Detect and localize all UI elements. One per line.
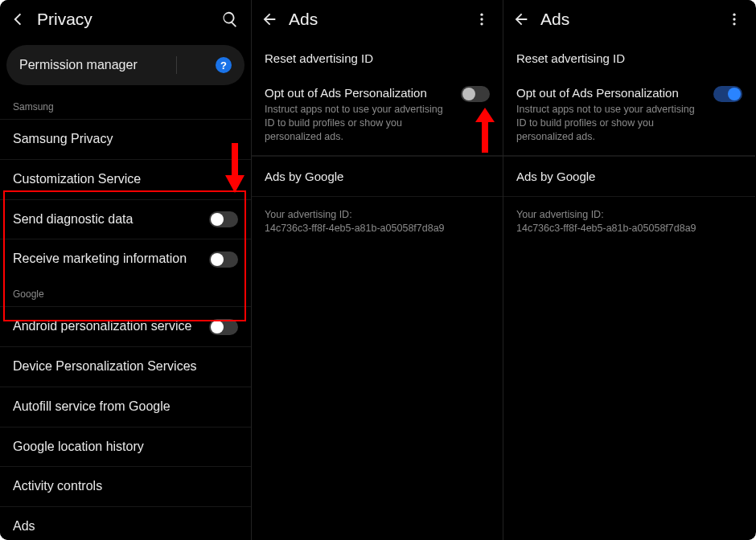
opt-out-toggle[interactable]	[461, 86, 490, 102]
svg-point-7	[733, 14, 735, 16]
location-history-row[interactable]: Google location history	[0, 427, 251, 467]
opt-out-row[interactable]: Opt out of Ads Personalization Instruct …	[503, 78, 755, 156]
row-divider	[176, 56, 177, 74]
permission-manager-label: Permission manager	[19, 58, 138, 72]
receive-marketing-toggle[interactable]	[209, 252, 238, 268]
advertising-id-block: Your advertising ID: 14c736c3-ff8f-4eb5-…	[252, 197, 503, 248]
opt-out-title: Opt out of Ads Personalization	[265, 86, 453, 100]
svg-point-8	[733, 18, 735, 20]
svg-point-4	[480, 22, 483, 25]
advertising-id-value: 14c736c3-ff8f-4eb5-a81b-a05058f7d8a9	[265, 222, 490, 236]
search-icon[interactable]	[220, 10, 240, 29]
opt-out-subtitle: Instruct apps not to use your advertisin…	[516, 103, 705, 144]
android-personalization-toggle[interactable]	[209, 319, 238, 335]
back-arrow-icon[interactable]	[260, 10, 279, 29]
autofill-row[interactable]: Autofill service from Google	[0, 387, 251, 427]
samsung-privacy-row[interactable]: Samsung Privacy	[0, 119, 251, 159]
activity-controls-label: Activity controls	[13, 478, 238, 495]
reset-ad-id-row[interactable]: Reset advertising ID	[252, 37, 503, 78]
receive-marketing-label: Receive marketing information	[13, 251, 209, 268]
ads-title: Ads	[540, 10, 715, 29]
ads-by-google-row[interactable]: Ads by Google	[252, 156, 503, 197]
location-history-label: Google location history	[13, 439, 238, 456]
samsung-privacy-label: Samsung Privacy	[13, 131, 238, 148]
android-personalization-label: Android personalization service	[13, 318, 209, 335]
opt-out-toggle[interactable]	[713, 86, 742, 102]
autofill-label: Autofill service from Google	[13, 399, 238, 415]
svg-point-3	[480, 18, 483, 20]
privacy-screen: Privacy Permission manager ? Samsung Sam…	[0, 0, 252, 540]
ads-by-google-row[interactable]: Ads by Google	[503, 156, 755, 197]
ads-title: Ads	[289, 10, 462, 29]
ads-screen-on: Ads Reset advertising ID Opt out of Ads …	[503, 0, 755, 540]
advertising-id-label: Your advertising ID:	[265, 208, 490, 223]
advertising-id-block: Your advertising ID: 14c736c3-ff8f-4eb5-…	[503, 197, 755, 248]
reset-ad-id-row[interactable]: Reset advertising ID	[503, 37, 755, 78]
back-chevron-icon[interactable]	[8, 10, 27, 29]
privacy-title: Privacy	[37, 10, 211, 29]
ads-row[interactable]: Ads	[0, 506, 251, 540]
send-diagnostic-row[interactable]: Send diagnostic data	[0, 199, 251, 239]
privacy-header: Privacy	[0, 0, 251, 37]
android-personalization-row[interactable]: Android personalization service	[0, 306, 251, 346]
section-google: Google	[0, 279, 251, 306]
more-vert-icon[interactable]	[472, 10, 491, 29]
receive-marketing-row[interactable]: Receive marketing information	[0, 239, 251, 279]
ads-header: Ads	[252, 0, 503, 37]
customization-service-label: Customization Service	[13, 171, 238, 188]
customization-service-row[interactable]: Customization Service	[0, 159, 251, 199]
activity-controls-row[interactable]: Activity controls	[0, 466, 251, 506]
send-diagnostic-toggle[interactable]	[209, 211, 238, 227]
back-arrow-icon[interactable]	[512, 10, 531, 29]
opt-out-row[interactable]: Opt out of Ads Personalization Instruct …	[252, 78, 503, 156]
opt-out-subtitle: Instruct apps not to use your advertisin…	[265, 103, 453, 144]
ads-header: Ads	[503, 0, 755, 37]
opt-out-title: Opt out of Ads Personalization	[516, 86, 705, 100]
advertising-id-label: Your advertising ID:	[516, 208, 742, 223]
advertising-id-value: 14c736c3-ff8f-4eb5-a81b-a05058f7d8a9	[516, 222, 742, 236]
device-personalization-label: Device Personalization Services	[13, 358, 238, 375]
ads-screen-off: Ads Reset advertising ID Opt out of Ads …	[252, 0, 503, 540]
send-diagnostic-label: Send diagnostic data	[13, 211, 209, 228]
permission-manager-row[interactable]: Permission manager ?	[6, 45, 244, 85]
more-vert-icon[interactable]	[725, 10, 744, 29]
section-samsung: Samsung	[0, 92, 251, 119]
svg-point-9	[733, 22, 735, 25]
ads-label: Ads	[13, 518, 238, 535]
svg-point-2	[480, 14, 483, 16]
help-icon[interactable]: ?	[216, 57, 232, 73]
device-personalization-row[interactable]: Device Personalization Services	[0, 346, 251, 387]
